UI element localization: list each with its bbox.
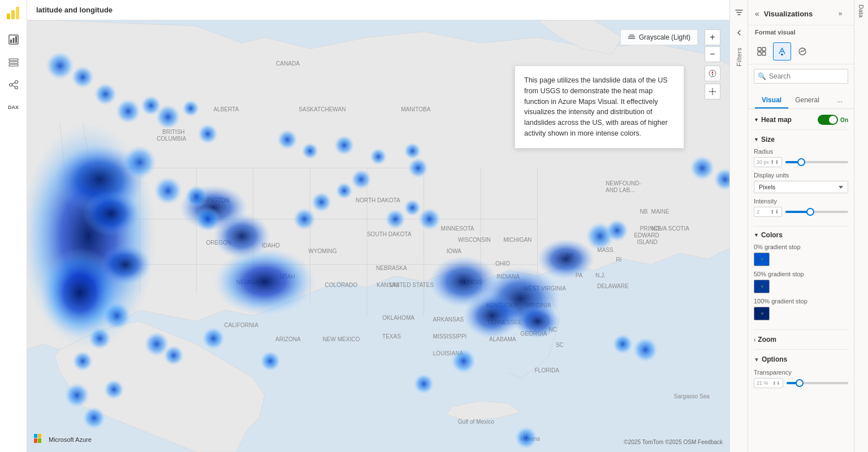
radius-input[interactable]: 20 px ⬆⬇ [754,157,782,167]
filters-label: Filters [736,47,742,66]
radius-label: Radius [754,148,848,155]
svg-text:NEW MEXICO: NEW MEXICO [322,336,360,342]
data-tab[interactable]: Data [854,0,868,452]
intensity-slider[interactable] [785,211,848,213]
azure-logo-icon [34,434,45,445]
collapse-left-icon[interactable]: « [755,9,759,18]
azure-watermark: Microsoft Azure [34,434,92,445]
svg-text:WASHINGTON: WASHINGTON [191,197,230,203]
svg-text:NEBRASKA: NEBRASKA [376,265,407,271]
radius-slider[interactable] [785,161,848,163]
search-input[interactable] [754,69,848,84]
colors-subsection: 0% gradient stop ▼ 50% gradient stop ▼ 1… [754,241,848,327]
stop50-chevron: ▼ [760,284,765,289]
svg-rect-157 [34,438,37,443]
radius-subsection: Radius 20 px ⬆⬇ Display units Pixels Int… [754,146,848,224]
transparency-slider[interactable] [787,382,848,384]
svg-text:NEWFOUND-: NEWFOUND- [606,180,641,186]
zoom-section-header[interactable]: › Zoom [754,332,848,347]
svg-rect-161 [758,47,761,51]
svg-point-10 [9,84,12,86]
main-content: latitude and longitude [27,0,729,452]
format-visual-section: Format visual [748,25,854,39]
svg-text:WEST VIRGINIA: WEST VIRGINIA [523,285,566,292]
options-chevron-icon: ▼ [754,357,759,363]
filters-expand-icon[interactable] [731,5,747,20]
svg-line-14 [12,85,15,87]
model-nav-icon[interactable] [3,75,24,95]
svg-text:TENNESSEE: TENNESSEE [487,319,522,325]
intensity-slider-thumb[interactable] [806,208,814,216]
options-section-title: Options [762,355,787,363]
svg-point-12 [15,86,18,89]
left-sidebar: DAX [0,0,27,452]
svg-text:KENTUCKY: KENTUCKY [486,302,517,308]
tab-visual[interactable]: Visual [755,93,788,108]
zoom-chevron-icon: › [754,337,755,343]
page-title: latitude and longitude [36,6,113,14]
transparency-label: Transparency [754,369,848,376]
svg-text:ARKANSAS: ARKANSAS [433,316,464,323]
svg-text:COLUMBIA: COLUMBIA [157,136,187,142]
analytics-format-icon[interactable] [793,42,811,60]
svg-rect-159 [34,434,37,438]
paint-format-icon[interactable] [773,42,791,60]
colors-section-header[interactable]: ▼ Colors [754,229,848,241]
compass-button[interactable] [705,66,720,81]
transparency-slider-thumb[interactable] [796,379,804,387]
tab-general[interactable]: General [788,93,826,108]
svg-text:GEORGIA: GEORGIA [520,331,547,337]
tab-more[interactable]: ... [832,93,847,108]
stop0-swatch[interactable]: ▼ [754,253,770,266]
back-icon[interactable] [731,25,747,41]
svg-text:COLORADO: COLORADO [325,282,358,288]
location-icon [709,88,716,95]
svg-marker-150 [712,71,714,73]
svg-text:NB: NB [640,208,647,215]
intensity-input[interactable]: 2 ⬆⬇ [754,207,782,217]
heatmap-section-header[interactable]: ▼ Heat map On [754,112,848,127]
svg-text:OHIO: OHIO [495,260,510,267]
dax-nav-icon[interactable]: DAX [3,97,24,118]
layers-icon [628,33,636,41]
svg-text:NEVADA: NEVADA [236,279,260,285]
heatmap-toggle[interactable] [818,115,838,125]
svg-text:NORTH DAKOTA: NORTH DAKOTA [356,197,400,203]
intensity-label: Intensity [754,198,848,205]
svg-text:NC: NC [549,327,558,333]
zoom-out-button[interactable]: − [705,46,720,62]
svg-text:N.J.: N.J. [595,272,606,279]
grid-format-icon[interactable] [753,42,771,60]
svg-text:LOUISIANA: LOUISIANA [433,350,464,357]
stop50-swatch[interactable]: ▼ [754,280,770,293]
radius-slider-thumb[interactable] [797,158,805,166]
location-button[interactable] [705,84,720,99]
data-nav-icon[interactable] [3,52,24,72]
options-section-header[interactable]: ▼ Options [754,352,848,367]
report-nav-icon[interactable] [3,29,24,50]
zoom-in-button[interactable]: + [705,29,720,45]
size-section-header[interactable]: ▼ Size [754,133,848,146]
display-units-row: Pixels [754,181,848,193]
transparency-input[interactable]: 21 % ⬆⬇ [754,378,783,388]
svg-text:MISSISSIPPI: MISSISSIPPI [433,333,467,340]
svg-rect-162 [762,47,766,51]
expand-icon[interactable]: » [834,7,847,20]
svg-text:INDIANA: INDIANA [496,273,520,280]
stop0-chevron: ▼ [760,257,765,262]
map-style-badge[interactable]: Grayscale (Light) [620,29,698,45]
svg-rect-1 [11,10,15,19]
display-units-select[interactable]: Pixels [754,181,848,193]
svg-rect-147 [628,38,635,39]
map-info-tooltip: This page utilizes the landslide data of… [515,66,684,149]
svg-rect-6 [15,36,17,43]
svg-text:Sargasso Sea: Sargasso Sea [674,393,710,399]
svg-text:SASKATCHEWAN: SASKATCHEWAN [299,106,346,112]
svg-text:ALABAMA: ALABAMA [489,336,516,342]
stop100-swatch[interactable]: ▼ [754,307,770,320]
svg-rect-165 [781,54,783,55]
svg-text:AND LAB...: AND LAB... [606,187,634,193]
svg-rect-0 [7,14,10,19]
svg-text:OKLAHOMA: OKLAHOMA [382,315,414,321]
svg-text:WISCONSIN: WISCONSIN [458,237,491,243]
